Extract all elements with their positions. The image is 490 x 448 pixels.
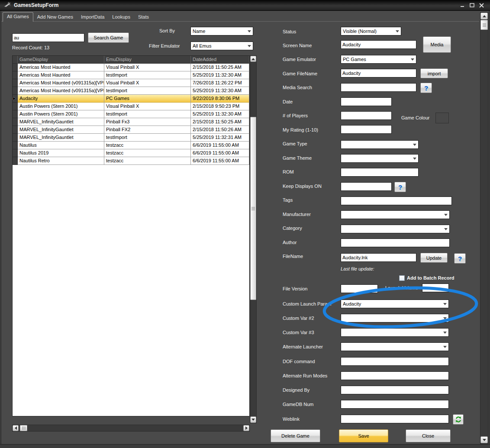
table-row[interactable]: Austin Powers (Stern 2001) Visual Pinbal…	[13, 103, 249, 110]
row-header[interactable]	[13, 149, 18, 157]
game-type-select[interactable]	[341, 140, 419, 149]
import-button[interactable]: import	[420, 68, 448, 78]
alternate-run-modes-input[interactable]	[341, 371, 449, 380]
close-button[interactable]	[478, 2, 485, 9]
table-row[interactable]: Americas Most Haunted (v091315a)[VPB] te…	[13, 87, 249, 95]
table-row[interactable]: Nautilus 2019 testzacc 6/6/2019 11:55:00…	[13, 149, 249, 157]
author-input[interactable]	[341, 239, 450, 247]
row-header[interactable]	[13, 142, 18, 149]
designed-by-input[interactable]	[341, 386, 449, 394]
category-select[interactable]	[341, 225, 450, 233]
row-header[interactable]	[13, 87, 18, 95]
row-header[interactable]	[13, 79, 18, 87]
filename-help-button[interactable]: ?	[454, 253, 466, 264]
tab[interactable]: Stats	[134, 13, 153, 21]
row-header[interactable]	[13, 134, 18, 142]
game-colour-swatch[interactable]	[435, 113, 449, 123]
weblink-refresh-button[interactable]	[453, 414, 464, 425]
tab[interactable]: ImportData	[77, 13, 108, 21]
table-row[interactable]: Americas Most Haunted Visual Pinball X 2…	[13, 64, 249, 71]
main-vscroll-thumb[interactable]	[480, 20, 488, 30]
column-header-gamedisplay[interactable]: GameDisplay	[18, 56, 104, 64]
table-row[interactable]: MARVEL_InfinityGauntlet Pinball Fx3 2/15…	[13, 118, 249, 126]
grid-scroll-down-button[interactable]	[250, 416, 256, 423]
row-header[interactable]	[13, 64, 18, 71]
game-filename-input[interactable]	[341, 69, 416, 77]
tab[interactable]: Add New Games	[33, 13, 77, 21]
column-header-dateadded[interactable]: DateAdded	[191, 56, 249, 64]
cell-dateadded: 2/15/2018 9:50:23 PM	[191, 103, 249, 110]
maximize-button[interactable]	[468, 2, 476, 9]
keep-displays-input[interactable]	[341, 182, 392, 191]
gamedb-num-input[interactable]	[341, 400, 449, 409]
row-header[interactable]	[13, 118, 18, 126]
search-game-button[interactable]: Search Game	[88, 32, 129, 43]
update-button[interactable]: Update	[420, 253, 448, 263]
manufacturer-select[interactable]	[341, 210, 450, 219]
my-rating-input[interactable]	[341, 125, 392, 134]
row-header[interactable]	[13, 71, 18, 79]
table-row[interactable]: Nautilus testzacc 6/6/2019 11:55:00 AM	[13, 142, 249, 149]
sort-by-select[interactable]: Name	[190, 27, 253, 35]
filter-emulator-label: Filter Emulator	[149, 43, 180, 48]
close-form-button[interactable]: Close	[406, 429, 451, 442]
filename-input[interactable]	[341, 253, 416, 262]
grid-hscrollbar[interactable]	[12, 425, 250, 432]
grid-scroll-left-button[interactable]	[13, 425, 19, 431]
minimize-button[interactable]	[459, 2, 466, 9]
status-select[interactable]: Visible (Normal)	[341, 27, 401, 35]
media-search-input[interactable]	[341, 83, 416, 92]
custom-var2-select[interactable]	[341, 314, 449, 322]
table-row[interactable]: Americas Most Haunted (v091315a)[VPB] Vi…	[13, 79, 249, 87]
grid-hscroll-thumb[interactable]	[20, 425, 27, 431]
rom-input[interactable]	[341, 168, 419, 177]
launch-volume-label: Launch Volume	[385, 285, 418, 290]
game-theme-select[interactable]	[341, 154, 419, 163]
media-search-help-button[interactable]: ?	[420, 83, 432, 93]
add-to-batch-checkbox[interactable]	[399, 275, 405, 281]
dof-command-input[interactable]	[341, 357, 449, 366]
delete-game-button[interactable]: Delete Game	[271, 429, 320, 442]
row-header[interactable]	[13, 95, 18, 103]
launch-volume-input[interactable]	[422, 284, 449, 292]
table-row[interactable]: MARVEL_InfinityGauntlet testImport 5/25/…	[13, 134, 249, 142]
custom-launch-param-select[interactable]: Audacity	[341, 300, 449, 308]
weblink-input[interactable]	[341, 415, 449, 423]
main-scroll-down-button[interactable]	[480, 436, 488, 443]
row-header[interactable]	[13, 157, 18, 165]
main-scroll-up-button[interactable]	[480, 13, 488, 19]
game-emulator-select[interactable]: PC Games	[341, 55, 416, 64]
grid-vscroll-thumb[interactable]	[250, 117, 256, 300]
cell-dateadded: 5/25/2019 11:32:30 AM	[191, 71, 249, 79]
tab[interactable]: Lookups	[108, 13, 134, 21]
row-header[interactable]	[13, 126, 18, 134]
keep-displays-help-button[interactable]: ?	[394, 182, 406, 192]
tab[interactable]: All Games	[3, 12, 33, 22]
tab-strip: All Games Add New Games ImportData Looku…	[3, 13, 153, 21]
row-header[interactable]	[13, 110, 18, 118]
refresh-icon	[455, 416, 462, 423]
save-button[interactable]: Save	[339, 429, 388, 442]
screen-name-input[interactable]	[341, 40, 416, 49]
category-label: Category	[283, 226, 302, 231]
column-header-emudisplay[interactable]: EmuDisplay	[104, 56, 191, 64]
grid-scroll-up-button[interactable]	[250, 56, 256, 62]
grid-scroll-right-button[interactable]	[243, 425, 249, 431]
table-row[interactable]: MARVEL_InfinityGauntlet Pinball FX2 2/15…	[13, 126, 249, 134]
file-version-input[interactable]	[341, 284, 378, 293]
table-row[interactable]: Nautilus Retro testzacc 6/6/2019 11:55:0…	[13, 157, 249, 165]
media-button[interactable]: Media	[423, 36, 451, 53]
filter-emulator-select[interactable]: All Emus	[190, 42, 253, 50]
my-rating-label: My Rating (1-10)	[283, 127, 318, 132]
tags-input[interactable]	[341, 197, 452, 205]
search-input[interactable]	[12, 33, 84, 42]
table-row[interactable]: Americas Most Haunted testImport 5/25/20…	[13, 71, 249, 79]
row-header[interactable]	[13, 103, 18, 110]
players-input[interactable]	[341, 111, 392, 120]
main-vscrollbar[interactable]	[480, 12, 488, 444]
table-row[interactable]: Audacity PC Games 9/22/2019 8:30:06 PM	[13, 95, 249, 103]
date-input[interactable]	[341, 97, 392, 106]
table-row[interactable]: Austin Powers (Stern 2001) testImport 5/…	[13, 110, 249, 118]
custom-var3-select[interactable]	[341, 328, 449, 337]
alternate-launcher-select[interactable]	[341, 342, 449, 351]
